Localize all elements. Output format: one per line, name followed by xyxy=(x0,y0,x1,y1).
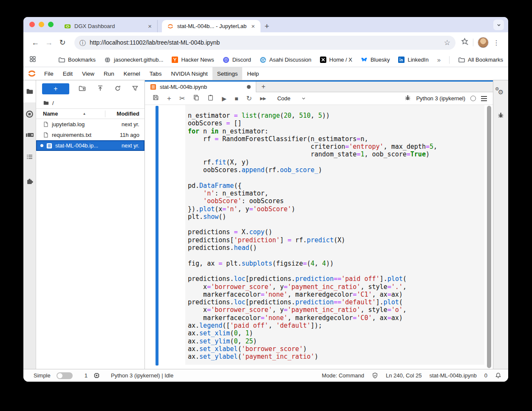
apps-grid-icon[interactable] xyxy=(29,56,36,64)
kernel-name-button[interactable]: Python 3 (ipykernel) xyxy=(416,95,465,102)
filter-button[interactable] xyxy=(132,85,139,93)
cursor-position[interactable]: Ln 240, Col 25 xyxy=(386,372,422,379)
code-line[interactable] xyxy=(188,221,484,228)
url-text[interactable]: http://localhost:11002/lab/tree/stat-ML-… xyxy=(90,39,440,46)
run-cell-button[interactable]: ▶ xyxy=(222,96,226,102)
code-line[interactable]: 'oobScore': oobScores xyxy=(188,197,484,205)
tab-close-icon[interactable]: × xyxy=(250,23,256,30)
browser-menu-icon[interactable]: ⋮ xyxy=(490,39,502,47)
add-cell-button[interactable]: + xyxy=(167,95,171,102)
code-line[interactable]: for n in n_estimator: xyxy=(188,128,484,135)
paste-cells-button[interactable] xyxy=(207,94,214,102)
code-line[interactable]: n_estimator = list(range(20, 510, 5)) xyxy=(188,112,484,119)
code-line[interactable]: x='borrower_score', y='payment_inc_ratio… xyxy=(188,283,484,291)
bookmark-bookmarks-folder[interactable]: Bookmarks xyxy=(58,57,96,63)
sidebar-tab-property-inspector[interactable]: ⚙⚙ xyxy=(493,89,508,95)
toolbar-overflow-menu[interactable] xyxy=(481,96,487,101)
notification-count[interactable]: 0 xyxy=(484,372,487,379)
column-modified[interactable]: Modified xyxy=(105,111,144,117)
code-line[interactable]: predictions = X.copy() xyxy=(188,228,484,236)
kernel-count[interactable]: 1 xyxy=(85,372,88,379)
active-cell-collapser[interactable] xyxy=(156,106,158,366)
simple-mode-toggle[interactable] xyxy=(57,372,73,379)
code-line[interactable]: predictions['prediction'] = rf.predict(X… xyxy=(188,236,484,244)
bookmark-star-icon[interactable]: ☆ xyxy=(444,38,450,47)
restart-run-all-button[interactable]: ▶▶ xyxy=(260,96,266,101)
menu-nvidia-nsight[interactable]: NVIDIA Nsight xyxy=(166,67,212,80)
macos-minimize-button[interactable] xyxy=(39,22,44,27)
browser-tab-dgx[interactable]: DGX Dashboard × xyxy=(59,20,158,32)
code-line[interactable]: pd.DataFrame({ xyxy=(188,182,484,190)
debugger-bug-icon[interactable] xyxy=(405,94,411,102)
bookmark-bluesky[interactable]: Bluesky xyxy=(361,57,390,63)
statusbar-filename[interactable]: stat-ML-004b.ipynb xyxy=(429,372,476,379)
bookmarks-overflow-icon[interactable]: » xyxy=(437,56,441,63)
sidebar-tab-gpu-dashboard[interactable] xyxy=(23,132,36,138)
code-line[interactable]: markerfacecolor='none', markeredgecolor=… xyxy=(188,291,484,298)
address-bar[interactable]: ⓘ http://localhost:11002/lab/tree/stat-M… xyxy=(74,36,456,50)
code-line[interactable]: random_state=1, oob_score=True) xyxy=(188,150,484,158)
menu-view[interactable]: View xyxy=(77,67,99,80)
unsaved-changes-dot[interactable] xyxy=(247,85,251,89)
trust-shield-icon[interactable] xyxy=(372,372,378,379)
bookmark-x[interactable]: Home / X xyxy=(320,57,352,63)
code-line[interactable]: plt.show() xyxy=(188,213,484,221)
sidebar-tab-extensions[interactable] xyxy=(23,177,36,185)
upload-button[interactable] xyxy=(97,85,104,93)
code-line[interactable] xyxy=(188,174,484,181)
code-line[interactable]: ax.set_xlim(0, 1) xyxy=(188,329,484,337)
notebook-scrollbar[interactable] xyxy=(487,106,491,368)
sidebar-tab-toc[interactable] xyxy=(23,153,36,160)
all-bookmarks-button[interactable]: All Bookmarks xyxy=(458,57,503,63)
code-line[interactable] xyxy=(188,267,484,275)
browser-tab-jupyterlab[interactable]: stat-ML-004b... - JupyterLab × xyxy=(162,20,260,32)
breadcrumb[interactable]: / xyxy=(36,97,144,108)
column-name[interactable]: Name xyxy=(43,111,58,117)
code-line[interactable]: ax.legend(['paid off', 'default']); xyxy=(188,322,484,329)
reload-button[interactable]: ↻ xyxy=(57,37,68,48)
sidebar-tab-running[interactable] xyxy=(23,110,36,118)
macos-zoom-button[interactable] xyxy=(48,22,54,27)
menu-tabs[interactable]: Tabs xyxy=(145,67,167,80)
tab-close-icon[interactable]: × xyxy=(147,23,153,30)
add-tab-button[interactable]: + xyxy=(256,82,271,92)
code-line[interactable]: }).plot(x='n', y='oobScore') xyxy=(188,205,484,213)
notebook-tab[interactable]: stat-ML-004b.ipynb xyxy=(145,82,256,92)
code-line[interactable]: ax.set_ylabel('payment_inc_ratio') xyxy=(188,353,484,360)
profile-avatar[interactable] xyxy=(478,37,489,48)
bookmark-hacker-news[interactable]: Hacker News xyxy=(172,57,214,63)
code-line[interactable]: oobScores = [] xyxy=(188,119,484,127)
copy-cells-button[interactable] xyxy=(193,94,199,102)
sidebar-tab-filebrowser[interactable] xyxy=(23,80,36,102)
code-line[interactable]: predictions.loc[predictions.prediction==… xyxy=(188,275,484,283)
code-line[interactable]: 'n': n_estimator, xyxy=(188,190,484,197)
new-folder-button[interactable] xyxy=(79,85,86,93)
code-line[interactable] xyxy=(188,252,484,259)
refresh-button[interactable] xyxy=(114,85,121,93)
sidebar-tab-debugger[interactable] xyxy=(493,112,508,118)
code-line[interactable]: rf.fit(X, y) xyxy=(188,159,484,166)
code-line[interactable]: predictions.head() xyxy=(188,244,484,252)
save-button[interactable] xyxy=(153,94,159,102)
cell-type-dropdown[interactable]: Code xyxy=(277,95,306,102)
sort-ascending-icon[interactable]: ▲ xyxy=(82,112,86,116)
code-line[interactable]: markerfacecolor='none', markeredgecolor=… xyxy=(188,314,484,322)
breadcrumb-root[interactable]: / xyxy=(52,100,54,106)
code-line[interactable]: predictions.loc[predictions.prediction==… xyxy=(188,298,484,306)
menu-kernel[interactable]: Kernel xyxy=(119,67,145,80)
forward-button[interactable]: → xyxy=(43,37,55,48)
command-mode-indicator[interactable]: Mode: Command xyxy=(322,372,364,379)
bookmark-asahi[interactable]: Asahi Discussion xyxy=(260,57,311,63)
restart-kernel-button[interactable]: ↻ xyxy=(246,95,252,102)
cpu-chip-icon[interactable] xyxy=(93,372,100,379)
code-line[interactable]: ax.set_xlabel('borrower_score') xyxy=(188,345,484,353)
code-line[interactable]: x='borrower_score', y='payment_inc_ratio… xyxy=(188,306,484,314)
file-row[interactable]: jupyterlab.lognext yr. xyxy=(36,119,144,130)
code-line[interactable]: ax.set_ylim(0, 25) xyxy=(188,337,484,345)
bookmark-github[interactable]: jasoneckert.github... xyxy=(104,57,163,63)
code-area[interactable]: n_estimator = list(range(20, 510, 5))oob… xyxy=(185,105,484,361)
kernel-state-text[interactable]: Python 3 (ipykernel) | Idle xyxy=(111,372,173,379)
menu-help[interactable]: Help xyxy=(242,67,263,80)
menu-settings[interactable]: Settings xyxy=(212,67,243,80)
cut-cells-button[interactable]: ✂ xyxy=(179,95,185,102)
